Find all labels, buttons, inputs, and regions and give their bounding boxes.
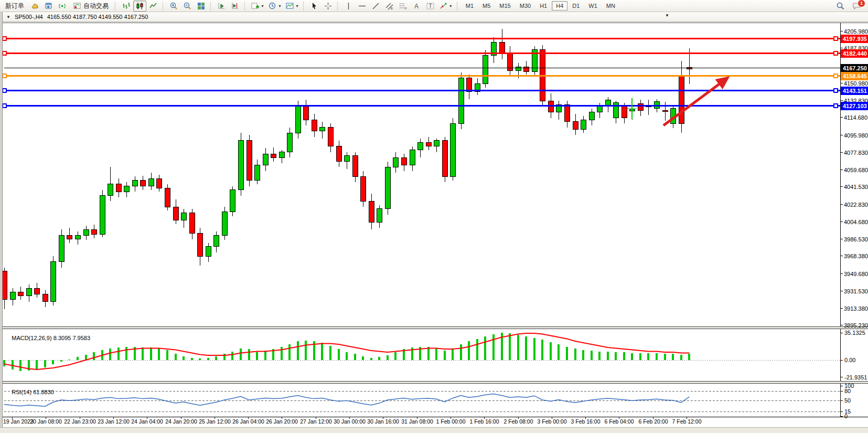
candle-body [523,67,529,71]
line-anchor [834,51,838,55]
svg-text:1 Feb 16:00: 1 Feb 16:00 [469,418,499,425]
macd-bar [60,360,62,362]
price-lines [3,35,868,110]
search-button[interactable] [834,1,847,12]
macd-bar [680,355,682,361]
new-chart-button[interactable] [28,1,41,12]
arrows-button[interactable]: ▼ [437,1,454,12]
line-anchor [834,74,838,78]
macd-bar [647,353,649,361]
cursor-button[interactable] [308,1,321,12]
zoom-out-button[interactable] [181,1,194,12]
macd-bar [664,354,666,360]
profiles-button[interactable] [42,1,55,12]
timeframe-m1-button[interactable]: M1 [462,1,478,10]
svg-text:A: A [414,3,419,10]
svg-text:4077.830: 4077.830 [844,150,868,156]
dropdown-caret-icon: ▼ [278,4,282,8]
timeframe-m15-button[interactable]: M15 [495,1,515,10]
svg-text:19 Jan 2023: 19 Jan 2023 [3,418,34,425]
notifications-button[interactable]: 1 [850,1,863,12]
candle-body [499,42,505,54]
macd-bar [231,352,233,361]
dropdown-caret-icon: ▼ [449,4,453,8]
candle-body [247,141,252,181]
horizontal-line-button[interactable] [356,1,369,12]
macd-bar [166,350,168,361]
line-chart-button[interactable] [147,1,160,12]
candle-body [206,247,211,256]
window-left-edge [0,12,3,433]
profiles-icon [44,2,53,10]
svg-text:4004.680: 4004.680 [844,219,868,225]
svg-text:F: F [405,7,407,10]
candle-body [222,212,227,235]
macd-bar [387,355,389,360]
timeframe-m5-button[interactable]: M5 [478,1,495,10]
macd-bar [281,347,283,361]
new-order-button[interactable]: 新订单 [2,1,28,11]
candlestick-chart-button[interactable] [133,1,146,12]
timeframe-d1-button[interactable]: D1 [568,1,584,10]
svg-text:4182.440: 4182.440 [843,50,867,57]
timeframe-h4-button[interactable]: H4 [552,1,567,10]
tile-windows-button[interactable] [195,1,208,12]
crosshair-button[interactable] [322,1,335,12]
templates-button[interactable]: ▼ [284,1,301,12]
bar-chart-icon [122,2,131,10]
svg-text:26 Jan 20:00: 26 Jan 20:00 [266,418,298,425]
text-label-button[interactable]: T [424,1,437,12]
macd-indicator-label: MACD(12,26,9) 8.3095 7.9583 [5,329,90,347]
chart-canvas[interactable]: 35.13250.00-21.935110080501504205.980418… [0,0,868,433]
auto-trading-button[interactable]: 自动交易 [69,1,112,12]
macd-bar [558,344,560,360]
line-anchor [3,74,6,78]
crosshair-icon [324,2,333,10]
timeframe-m30-button[interactable]: M30 [516,1,535,10]
fibonacci-button[interactable]: F [397,1,410,12]
candle-body [401,157,406,165]
candle-body [140,181,145,186]
svg-text:22 Jan 23:00: 22 Jan 23:00 [64,418,96,425]
toolbar-separator [303,2,305,10]
trend-arrow[interactable] [663,79,726,125]
timeframe-h1-button[interactable]: H1 [535,1,551,10]
trendline-button[interactable] [369,1,382,12]
chart-dropdown-arrow-icon[interactable]: ▼ [665,13,669,18]
signals-button[interactable] [56,1,69,12]
bar-chart-button[interactable] [120,1,133,12]
add-indicator-icon [251,2,260,10]
periods-button[interactable]: ▼ [266,1,283,12]
trendline-icon [371,2,380,10]
vertical-line-button[interactable] [342,1,355,12]
add-indicator-button[interactable]: ▼ [249,1,266,12]
text-button[interactable]: A [410,1,423,12]
rsi-panel [4,386,843,416]
timeframe-w1-button[interactable]: W1 [584,1,602,10]
new-chart-icon [30,2,39,10]
timeframe-mn-button[interactable]: MN [602,1,619,10]
collapse-arrow-icon[interactable]: ▼ [6,15,10,19]
macd-bar [288,344,291,360]
candle-body [173,207,178,220]
chart-shift-button[interactable] [229,1,242,12]
macd-bar [68,360,70,361]
svg-text:4041.530: 4041.530 [844,184,868,190]
macd-bar [354,354,356,360]
equidistant-channel-button[interactable]: E [383,1,396,12]
candle-body [516,67,521,70]
candle-body [10,292,15,300]
toolbar-separator [457,2,459,10]
candle-body [67,235,72,239]
zoom-in-button[interactable] [167,1,180,12]
auto-scroll-button[interactable] [215,1,228,12]
candle-body [156,178,162,188]
dropdown-caret-icon: ▼ [295,4,299,8]
svg-text:T: T [428,3,432,9]
candle-body [213,235,219,247]
svg-text:27 Jan 12:00: 27 Jan 12:00 [300,418,332,425]
svg-text:25 Jan 12:00: 25 Jan 12:00 [199,418,231,425]
svg-text:1 Feb 00:00: 1 Feb 00:00 [436,418,465,425]
candle-body [621,107,627,118]
svg-text:3949.680: 3949.680 [844,271,868,277]
